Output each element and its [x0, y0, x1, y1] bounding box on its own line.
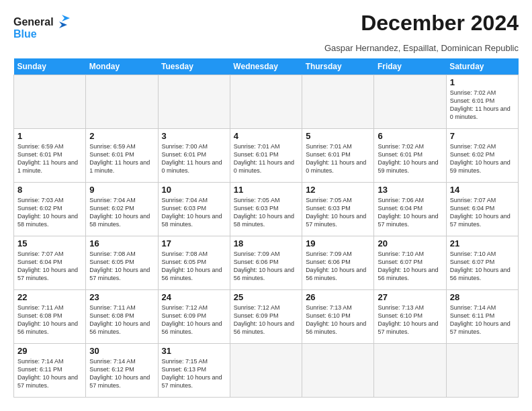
day-header-friday: Friday — [374, 58, 446, 75]
day-number: 28 — [450, 292, 515, 302]
day-info: Sunrise: 7:07 AMSunset: 6:04 PMDaylight:… — [450, 196, 515, 229]
day-info: Sunrise: 7:04 AMSunset: 6:02 PMDaylight:… — [89, 196, 154, 229]
day-number: 21 — [450, 238, 515, 248]
day-info: Sunrise: 7:11 AMSunset: 6:08 PMDaylight:… — [17, 304, 82, 336]
day-number: 6 — [378, 131, 442, 141]
calendar-cell: 9 Sunrise: 7:04 AMSunset: 6:02 PMDayligh… — [86, 183, 158, 236]
day-number: 16 — [89, 238, 154, 248]
calendar-cell: 4 Sunrise: 7:01 AMSunset: 6:01 PMDayligh… — [230, 129, 302, 183]
day-info: Sunrise: 7:13 AMSunset: 6:10 PMDaylight:… — [306, 304, 370, 336]
calendar-cell: 17 Sunrise: 7:08 AMSunset: 6:05 PMDaylig… — [158, 236, 230, 290]
calendar-cell: 22 Sunrise: 7:11 AMSunset: 6:08 PMDaylig… — [14, 290, 86, 344]
svg-text:General: General — [13, 16, 54, 28]
day-info: Sunrise: 7:08 AMSunset: 6:05 PMDaylight:… — [89, 250, 154, 283]
week-row-4: 15 Sunrise: 7:07 AMSunset: 6:04 PMDaylig… — [14, 236, 519, 290]
day-number: 24 — [162, 292, 226, 302]
day-info: Sunrise: 7:08 AMSunset: 6:05 PMDaylight:… — [162, 250, 226, 283]
calendar-table: SundayMondayTuesdayWednesdayThursdayFrid… — [13, 58, 519, 398]
day-info: Sunrise: 7:06 AMSunset: 6:04 PMDaylight:… — [378, 196, 442, 229]
day-number: 11 — [234, 185, 298, 195]
day-header-sunday: Sunday — [14, 58, 86, 75]
day-info: Sunrise: 7:02 AMSunset: 6:01 PMDaylight:… — [450, 89, 515, 122]
calendar-cell: 7 Sunrise: 7:02 AMSunset: 6:02 PMDayligh… — [446, 129, 518, 183]
week-row-3: 8 Sunrise: 7:03 AMSunset: 6:02 PMDayligh… — [14, 183, 519, 236]
calendar-cell: 10 Sunrise: 7:04 AMSunset: 6:03 PMDaylig… — [158, 183, 230, 236]
svg-text:Blue: Blue — [13, 28, 37, 40]
calendar-cell: 5 Sunrise: 7:01 AMSunset: 6:01 PMDayligh… — [302, 129, 374, 183]
day-number: 17 — [162, 238, 226, 248]
calendar-cell: 29 Sunrise: 7:14 AMSunset: 6:11 PMDaylig… — [14, 344, 86, 398]
day-number: 29 — [17, 346, 82, 356]
day-info: Sunrise: 7:04 AMSunset: 6:03 PMDaylight:… — [162, 196, 226, 229]
day-header-tuesday: Tuesday — [158, 58, 230, 75]
day-number: 19 — [306, 238, 370, 248]
calendar-cell — [230, 344, 302, 398]
subtitle: Gaspar Hernandez, Espaillat, Dominican R… — [13, 43, 519, 53]
day-number: 23 — [89, 292, 154, 302]
calendar-cell: 12 Sunrise: 7:05 AMSunset: 6:03 PMDaylig… — [302, 183, 374, 236]
day-number: 13 — [378, 185, 442, 195]
header: General Blue December 2024 — [13, 12, 519, 42]
calendar-cell: 3 Sunrise: 7:00 AMSunset: 6:01 PMDayligh… — [158, 129, 230, 183]
day-number: 8 — [17, 185, 82, 195]
day-info: Sunrise: 7:14 AMSunset: 6:11 PMDaylight:… — [17, 357, 82, 390]
day-info: Sunrise: 7:09 AMSunset: 6:06 PMDaylight:… — [234, 250, 298, 283]
calendar-cell: 1 Sunrise: 7:02 AMSunset: 6:01 PMDayligh… — [446, 75, 518, 129]
day-info: Sunrise: 7:03 AMSunset: 6:02 PMDaylight:… — [17, 196, 82, 229]
day-info: Sunrise: 6:59 AMSunset: 6:01 PMDaylight:… — [89, 142, 154, 175]
calendar-cell: 6 Sunrise: 7:02 AMSunset: 6:01 PMDayligh… — [374, 129, 446, 183]
calendar-cell: 31 Sunrise: 7:15 AMSunset: 6:13 PMDaylig… — [158, 344, 230, 398]
day-number: 25 — [234, 292, 298, 302]
day-info: Sunrise: 7:02 AMSunset: 6:01 PMDaylight:… — [378, 142, 442, 175]
calendar-cell: 11 Sunrise: 7:05 AMSunset: 6:03 PMDaylig… — [230, 183, 302, 236]
day-number: 10 — [162, 185, 226, 195]
page: General Blue December 2024 Gaspar Hernan… — [0, 0, 532, 411]
day-info: Sunrise: 7:00 AMSunset: 6:01 PMDaylight:… — [162, 142, 226, 175]
day-info: Sunrise: 6:59 AMSunset: 6:01 PMDaylight:… — [17, 142, 82, 175]
day-number: 5 — [306, 131, 370, 141]
calendar-cell — [446, 344, 518, 398]
calendar-cell: 27 Sunrise: 7:13 AMSunset: 6:10 PMDaylig… — [374, 290, 446, 344]
day-header-saturday: Saturday — [446, 58, 518, 75]
day-header-thursday: Thursday — [302, 58, 374, 75]
week-row-5: 22 Sunrise: 7:11 AMSunset: 6:08 PMDaylig… — [14, 290, 519, 344]
days-header-row: SundayMondayTuesdayWednesdayThursdayFrid… — [14, 58, 519, 75]
day-number: 30 — [89, 346, 154, 356]
general-blue-logo: General Blue — [13, 12, 74, 42]
calendar-cell — [230, 75, 302, 129]
calendar-cell: 18 Sunrise: 7:09 AMSunset: 6:06 PMDaylig… — [230, 236, 302, 290]
day-info: Sunrise: 7:07 AMSunset: 6:04 PMDaylight:… — [17, 250, 82, 283]
calendar-cell: 30 Sunrise: 7:14 AMSunset: 6:12 PMDaylig… — [86, 344, 158, 398]
day-number: 20 — [378, 238, 442, 248]
calendar-cell — [14, 75, 86, 129]
day-info: Sunrise: 7:12 AMSunset: 6:09 PMDaylight:… — [234, 304, 298, 336]
week-row-6: 29 Sunrise: 7:14 AMSunset: 6:11 PMDaylig… — [14, 344, 519, 398]
day-header-wednesday: Wednesday — [230, 58, 302, 75]
calendar-cell: 20 Sunrise: 7:10 AMSunset: 6:07 PMDaylig… — [374, 236, 446, 290]
calendar-cell — [374, 344, 446, 398]
calendar-cell: 14 Sunrise: 7:07 AMSunset: 6:04 PMDaylig… — [446, 183, 518, 236]
day-number: 14 — [450, 185, 515, 195]
day-number: 31 — [162, 346, 226, 356]
day-header-monday: Monday — [86, 58, 158, 75]
calendar-cell — [86, 75, 158, 129]
calendar-cell — [302, 75, 374, 129]
day-number: 2 — [89, 131, 154, 141]
day-info: Sunrise: 7:10 AMSunset: 6:07 PMDaylight:… — [450, 250, 515, 283]
day-number: 1 — [17, 131, 82, 141]
calendar-cell: 25 Sunrise: 7:12 AMSunset: 6:09 PMDaylig… — [230, 290, 302, 344]
day-info: Sunrise: 7:01 AMSunset: 6:01 PMDaylight:… — [306, 142, 370, 175]
week-row-1: 1 Sunrise: 7:02 AMSunset: 6:01 PMDayligh… — [14, 75, 519, 129]
calendar-cell — [374, 75, 446, 129]
calendar-cell: 15 Sunrise: 7:07 AMSunset: 6:04 PMDaylig… — [14, 236, 86, 290]
calendar-cell: 26 Sunrise: 7:13 AMSunset: 6:10 PMDaylig… — [302, 290, 374, 344]
calendar-cell: 24 Sunrise: 7:12 AMSunset: 6:09 PMDaylig… — [158, 290, 230, 344]
day-info: Sunrise: 7:13 AMSunset: 6:10 PMDaylight:… — [378, 304, 442, 336]
day-info: Sunrise: 7:14 AMSunset: 6:11 PMDaylight:… — [450, 304, 515, 336]
calendar-cell: 19 Sunrise: 7:09 AMSunset: 6:06 PMDaylig… — [302, 236, 374, 290]
calendar-cell — [158, 75, 230, 129]
day-info: Sunrise: 7:15 AMSunset: 6:13 PMDaylight:… — [162, 357, 226, 390]
calendar-cell: 16 Sunrise: 7:08 AMSunset: 6:05 PMDaylig… — [86, 236, 158, 290]
calendar-cell: 21 Sunrise: 7:10 AMSunset: 6:07 PMDaylig… — [446, 236, 518, 290]
day-info: Sunrise: 7:12 AMSunset: 6:09 PMDaylight:… — [162, 304, 226, 336]
